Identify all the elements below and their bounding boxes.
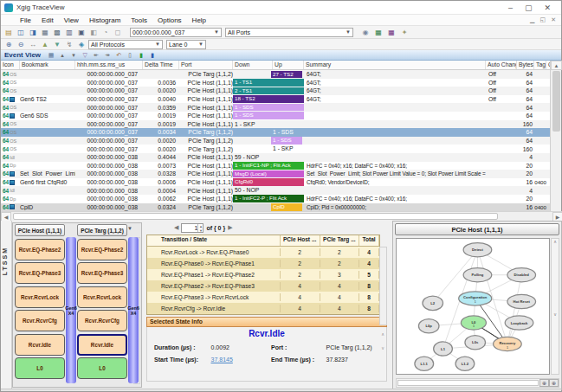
chart-view-icon[interactable]: ◧ <box>88 28 99 37</box>
event-row[interactable]: 64Gen6 first CfgRd0000:00:00.000_0380.00… <box>1 178 552 187</box>
ltssm-state-rcvr-eq-phase3[interactable]: Rcvr.EQ-Phase3 <box>77 262 127 284</box>
spinner-icons[interactable]: ▲▼ <box>197 224 203 232</box>
event-row[interactable]: 64Gen6 SDS000:00:00.000_0370.0019PCIe Ho… <box>1 112 552 120</box>
event-row[interactable]: 64OS000:00:00.000_0370.0020PCIe Targ (1,… <box>1 145 552 153</box>
trigger-icon[interactable]: ↯ <box>64 40 74 49</box>
prev-event-icon[interactable]: ↞ <box>91 51 101 60</box>
bulb-icon[interactable]: ✦ <box>399 28 410 37</box>
open-trace-icon[interactable]: ▤ <box>3 28 14 37</box>
col-header-icon[interactable]: Icon <box>1 61 20 69</box>
event-table-hscrollbar[interactable]: ◀ ▶ <box>1 211 562 221</box>
ltssm-state-rcvr-rcvrlock[interactable]: Rcvr.RcvrLock <box>15 286 65 308</box>
ltssm-state-rcvr-idle[interactable]: Rcvr.Idle <box>15 334 65 356</box>
menu-options[interactable]: Options <box>152 16 187 24</box>
col-header-down[interactable]: Down <box>233 61 273 69</box>
event-row[interactable]: 64Idl000:00:00.000_0380.0004PCIe Host (1… <box>1 186 552 195</box>
time-combo[interactable]: 000:00:00.000_037 ▼ <box>130 28 222 37</box>
marker-down-icon[interactable]: ▼ <box>52 40 62 49</box>
info-icon[interactable]: ◉ <box>360 28 371 37</box>
mdi-restore-icon[interactable]: ◱ <box>540 16 546 23</box>
grid-icon[interactable]: ▦ <box>46 51 56 60</box>
lane-combo[interactable]: Lane 0 ▼ <box>166 40 206 49</box>
vscroll-thumb[interactable] <box>552 71 560 132</box>
hscroll-thumb[interactable] <box>13 213 498 220</box>
up-icon[interactable]: ▴ <box>57 51 68 60</box>
protocols-combo[interactable]: All Protocols ▼ <box>88 40 163 49</box>
event-row[interactable]: 64CplD000:00:00.000_0380.0324PCIe Targ (… <box>1 203 552 212</box>
event-row[interactable]: 64Gen6 TS2000:00:00.000_0370.0040PCIe Ho… <box>1 95 552 104</box>
event-table-vscrollbar[interactable]: ▲ <box>550 61 561 221</box>
event-row[interactable]: 64OS000:00:00.000_0370.0020PCIe Host (1,… <box>1 87 552 95</box>
event-row[interactable]: 64OS000:00:00.000_0370.0359PCIe Host (1,… <box>1 103 552 112</box>
state-node-l0[interactable]: L01 <box>461 316 486 330</box>
ltssm-state-rcvr-rcvrlock[interactable]: Rcvr.RcvrLock <box>77 286 127 308</box>
undo-icon[interactable]: ↶ <box>113 51 124 60</box>
ltssm-state-rcvr-rcvrcfg[interactable]: Rcvr.RcvrCfg <box>15 310 65 331</box>
state-node-hot_reset[interactable]: Hot Reset <box>507 294 536 308</box>
event-row[interactable]: 64Dp000:00:00.000_0380.0073PCIe Host (1,… <box>1 162 552 170</box>
event-row[interactable]: 64OS000:00:00.000_0370.0036PCIe Host (1,… <box>1 79 552 87</box>
zoom-in-icon[interactable]: ⊕ <box>539 379 549 387</box>
col-header-auto-change[interactable]: Auto Change <box>486 61 517 69</box>
transition-col-header[interactable]: Transition / State <box>147 235 281 246</box>
purple-board-icon[interactable]: ▦ <box>386 28 397 37</box>
menu-edit[interactable]: Edit <box>36 16 59 24</box>
state-node-l0p[interactable]: L0p <box>418 319 439 333</box>
transition-row[interactable]: Rcvr.EQ-Phase3 -> Rcvr.RcvrLock448 <box>147 292 379 303</box>
ltssm-state-l0[interactable]: L0 <box>15 357 65 379</box>
print-icon[interactable]: ◔ <box>100 28 111 37</box>
state-node-polling[interactable]: Polling <box>463 268 492 282</box>
fit-width-icon[interactable]: ↔ <box>28 40 38 49</box>
event-row[interactable]: 64OS000:00:00.000_0370.0020PCIe Targ (1,… <box>1 137 552 145</box>
maximize-button[interactable]: ▢ <box>525 3 533 12</box>
chevron-down-icon[interactable]: ▼ <box>127 226 132 231</box>
col-header-bytes[interactable]: Bytes <box>517 61 534 69</box>
menu-help[interactable]: Help <box>187 16 211 24</box>
transition-row[interactable]: Rcvr.EQ-Phase1 -> Rcvr.EQ-Phase2235 <box>147 269 379 280</box>
scroll-left-icon[interactable]: ◀ <box>1 212 11 222</box>
col-header-tag[interactable]: Tag <box>534 61 546 69</box>
ltssm-port-button[interactable]: PCIe Host (1,1,1) <box>15 224 65 236</box>
ltssm-tab[interactable]: LTSSM <box>1 221 12 390</box>
ltssm-state-rcvr-eq-phase3[interactable]: Rcvr.EQ-Phase3 <box>15 262 65 284</box>
event-row[interactable]: 64OS000:00:00.000_037PCIe Targ (1,1,2)27… <box>1 70 552 79</box>
event-row[interactable]: 64Dp000:00:00.000_0380.0062PCIe Host (1,… <box>1 195 552 203</box>
filter-icon[interactable]: ▽ <box>80 51 90 60</box>
start-time-link[interactable]: 37.8145 <box>211 357 271 363</box>
green-marker-icon[interactable]: ▮ <box>136 51 146 60</box>
info-scroll-icons[interactable]: ∧∨ <box>381 331 384 351</box>
grid-view-icon[interactable]: ▥ <box>64 28 74 37</box>
sync-icon[interactable]: ◈ <box>76 40 87 49</box>
event-row[interactable]: 64OS000:00:00.000_0370.0034PCIe Targ (1,… <box>1 128 552 137</box>
page-next-icon[interactable]: ▶ <box>228 224 232 231</box>
ltssm-port-button[interactable]: PCIe Targ (1,1,2) <box>77 224 127 236</box>
diagram-hscrollbar[interactable]: ⊕ ⊕ <box>396 378 559 388</box>
diagram-port-button[interactable]: PCIe Host (1,1,1) <box>395 223 559 235</box>
state-node-loopback[interactable]: Loopback <box>505 316 533 330</box>
capture-icon[interactable]: ▦ <box>40 28 50 37</box>
blue-marker-icon[interactable]: ▮ <box>147 51 158 60</box>
transition-col-header[interactable]: PCIe Targ ... <box>320 235 360 246</box>
scroll-up-icon[interactable]: ▲ <box>551 61 562 70</box>
ltssm-state-rcvr-eq-phase2[interactable]: Rcvr.EQ-Phase2 <box>15 239 65 260</box>
page-number-input[interactable]: 1▲▼ <box>181 223 203 233</box>
next-event-icon[interactable]: ↠ <box>102 51 113 60</box>
copy-icon[interactable]: ◻ <box>113 28 123 37</box>
menu-tools[interactable]: Tools <box>126 16 152 24</box>
state-node-l1_1[interactable]: L1.1 <box>415 357 434 370</box>
state-node-disabled[interactable]: Disabled <box>507 268 536 282</box>
transition-col-header[interactable]: PCIe Host ... <box>281 235 320 246</box>
state-node-detect[interactable]: Detect <box>463 243 492 257</box>
event-row[interactable]: 64Idl000:00:00.000_0380.4044PCIe Host (1… <box>1 153 552 162</box>
scroll-right-icon[interactable]: ▶ <box>552 212 562 222</box>
save-icon[interactable]: ◫ <box>16 28 26 37</box>
zoom-out-icon[interactable]: ⊕ <box>549 379 559 387</box>
event-row[interactable]: 64Set_Slot_Power_Limit000:00:00.000_0380… <box>1 170 552 178</box>
transition-table-scrollbar[interactable] <box>379 247 387 325</box>
split-icon[interactable]: ▯ <box>125 51 135 60</box>
ltssm-state-l0[interactable]: L0 <box>77 357 127 379</box>
mdi-close-icon[interactable]: ✕ <box>551 16 556 23</box>
close-button[interactable]: ✕ <box>544 3 551 12</box>
ltssm-state-rcvr-eq-phase2[interactable]: Rcvr.EQ-Phase2 <box>77 239 127 260</box>
menu-histogram[interactable]: Histogram <box>84 16 126 24</box>
